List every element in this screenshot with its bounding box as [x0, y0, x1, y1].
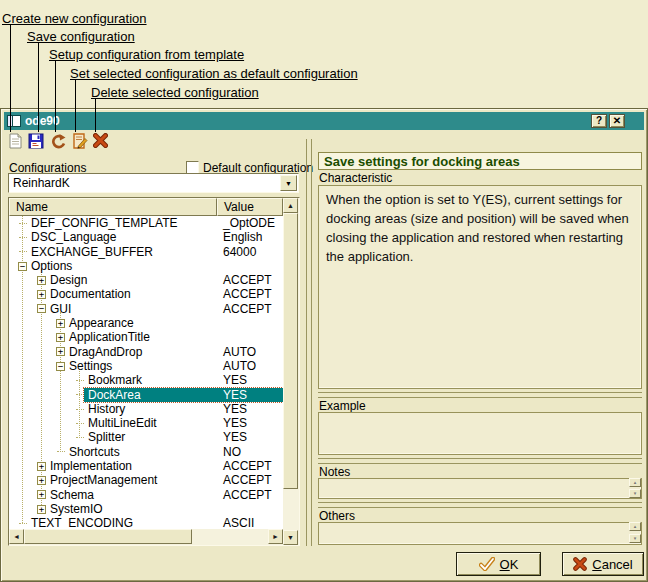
tree-row-TEXT_ENCODING[interactable]: TEXT_ENCODINGASCII [9, 516, 283, 529]
tree-header-value[interactable]: Value [217, 198, 283, 216]
annotation-line [38, 43, 39, 132]
tree-expand-icon[interactable]: + [56, 347, 65, 356]
tree-indent [9, 416, 84, 430]
tree-row-Bookmark[interactable]: BookmarkYES [9, 373, 283, 387]
others-scroll-down-icon[interactable]: ▾ [629, 534, 641, 543]
section-splitter[interactable] [318, 502, 642, 508]
vertical-scrollbar[interactable]: ▲ ▼ [283, 198, 299, 545]
tree-expand-icon[interactable]: + [37, 290, 46, 299]
tree-row-DEF_CONFIG_TEMPLATE[interactable]: DEF_CONFIG_TEMPLATE_OptODE [9, 216, 283, 230]
tree-row-Splitter[interactable]: SplitterYES [9, 430, 283, 444]
tree-expand-icon[interactable]: + [37, 490, 46, 499]
tree-row-Implementation[interactable]: +ImplementationACCEPT [9, 459, 283, 473]
tree-row-ProjectManagement[interactable]: +ProjectManagementACCEPT [9, 473, 283, 487]
tree-connector [19, 223, 27, 224]
tree-indent: − [9, 302, 46, 316]
section-splitter[interactable] [318, 458, 642, 464]
tree-row-Documentation[interactable]: +DocumentationACCEPT [9, 287, 283, 301]
annotation-delete: Delete selected configuration [91, 85, 259, 100]
tree-collapse-icon[interactable]: − [18, 262, 27, 271]
tree-item-name[interactable]: SystemIO [50, 502, 103, 516]
others-textbox[interactable] [318, 522, 642, 545]
others-scroll-up-icon[interactable]: ▴ [629, 522, 641, 531]
tree-item-name[interactable]: Shortcuts [69, 445, 120, 459]
save-configuration-button[interactable] [27, 132, 45, 149]
tree-row-Appearance[interactable]: +Appearance [9, 316, 283, 330]
scroll-down-icon[interactable]: ▼ [283, 530, 298, 545]
tree-row-ApplicationTitle[interactable]: +ApplicationTitle [9, 330, 283, 344]
tree-item-name[interactable]: Splitter [88, 430, 125, 444]
combobox-dropdown-icon[interactable]: ▼ [280, 175, 297, 191]
tree-row-GUI[interactable]: −GUIACCEPT [9, 302, 283, 316]
tree-item-name[interactable]: ApplicationTitle [69, 330, 150, 344]
tree-item-value: AUTO [223, 359, 256, 373]
tree-expand-icon[interactable]: + [37, 505, 46, 514]
tree-item-name[interactable]: Options [31, 259, 72, 273]
configuration-tree: Name Value DEF_CONFIG_TEMPLATE_OptODEDSC… [8, 197, 300, 546]
section-splitter[interactable] [318, 392, 642, 398]
tree-header-name[interactable]: Name [9, 198, 217, 216]
tree-item-name[interactable]: DSC_Language [31, 230, 116, 244]
horizontal-scrollbar[interactable]: ◄ ► [9, 529, 283, 545]
characteristic-textbox[interactable]: When the option is set to Y(ES), current… [318, 185, 642, 389]
annotation-line [55, 61, 56, 132]
delete-configuration-button[interactable] [91, 132, 109, 149]
tree-item-value: 64000 [223, 245, 256, 259]
tree-row-highlight: BookmarkYES [84, 373, 283, 387]
tree-item-name[interactable]: TEXT_ENCODING [31, 516, 133, 529]
tree-row-DockArea[interactable]: DockAreaYES [9, 388, 283, 402]
tree-item-name[interactable]: ProjectManagement [50, 473, 157, 487]
notes-scroll-up-icon[interactable]: ▴ [629, 478, 641, 487]
tree-row-highlight: HistoryYES [84, 402, 283, 416]
tree-expand-icon[interactable]: + [37, 476, 46, 485]
tree-collapse-icon[interactable]: − [56, 362, 65, 371]
set-default-configuration-button[interactable] [71, 132, 89, 149]
example-textbox[interactable] [318, 412, 642, 455]
tree-item-name[interactable]: EXCHANGE_BUFFER [31, 245, 153, 259]
tree-connector [76, 380, 84, 381]
tree-expand-icon[interactable]: + [56, 319, 65, 328]
tree-expand-icon[interactable]: + [37, 462, 46, 471]
tree-item-name[interactable]: MultiLineEdit [88, 416, 157, 430]
scroll-right-icon[interactable]: ► [268, 529, 283, 544]
vertical-scroll-thumb[interactable] [283, 213, 298, 489]
new-configuration-button[interactable] [6, 132, 24, 149]
tree-item-name[interactable]: Settings [69, 359, 112, 373]
tree-collapse-icon[interactable]: − [37, 304, 46, 313]
tree-row-SystemIO[interactable]: +SystemIO [9, 502, 283, 516]
tree-row-Options[interactable]: −Options [9, 259, 283, 273]
tree-row-Design[interactable]: +DesignACCEPT [9, 273, 283, 287]
tree-row-EXCHANGE_BUFFER[interactable]: EXCHANGE_BUFFER64000 [9, 245, 283, 259]
tree-expand-icon[interactable]: + [37, 276, 46, 285]
tree-item-name[interactable]: History [88, 402, 125, 416]
tree-item-name[interactable]: DragAndDrop [69, 345, 142, 359]
tree-item-name[interactable]: DEF_CONFIG_TEMPLATE [31, 216, 177, 230]
cancel-button[interactable]: Cancel [562, 552, 644, 576]
ok-button[interactable]: OK [456, 552, 541, 576]
tree-expand-icon[interactable]: + [56, 333, 65, 342]
scroll-left-icon[interactable]: ◄ [9, 529, 24, 544]
tree-row-DragAndDrop[interactable]: +DragAndDropAUTO [9, 345, 283, 359]
horizontal-scroll-thumb[interactable] [24, 529, 192, 544]
setup-from-template-button[interactable] [49, 132, 67, 149]
tree-item-name[interactable]: DockArea [88, 388, 141, 402]
tree-row-Shortcuts[interactable]: ShortcutsNO [9, 445, 283, 459]
scroll-up-icon[interactable]: ▲ [283, 198, 298, 213]
configuration-combobox[interactable]: ReinhardK ▼ [8, 173, 299, 193]
tree-row-History[interactable]: HistoryYES [9, 402, 283, 416]
panel-splitter[interactable] [306, 139, 312, 546]
tree-item-name[interactable]: Appearance [69, 316, 134, 330]
tree-item-name[interactable]: GUI [50, 302, 71, 316]
tree-row-Schema[interactable]: +SchemaACCEPT [9, 488, 283, 502]
tree-row-MultiLineEdit[interactable]: MultiLineEditYES [9, 416, 283, 430]
notes-textbox[interactable] [318, 478, 642, 499]
tree-item-name[interactable]: Design [50, 273, 87, 287]
notes-scroll-down-icon[interactable]: ▾ [629, 489, 641, 498]
tree-item-name[interactable]: Documentation [50, 287, 131, 301]
tree-item-name[interactable]: Implementation [50, 459, 132, 473]
tree-item-name[interactable]: Schema [50, 488, 94, 502]
tree-row-Settings[interactable]: −SettingsAUTO [9, 359, 283, 373]
tree-item-name[interactable]: Bookmark [88, 373, 142, 387]
annotation-setup-template: Setup configuration from template [49, 47, 244, 62]
tree-row-DSC_Language[interactable]: DSC_LanguageEnglish [9, 230, 283, 244]
